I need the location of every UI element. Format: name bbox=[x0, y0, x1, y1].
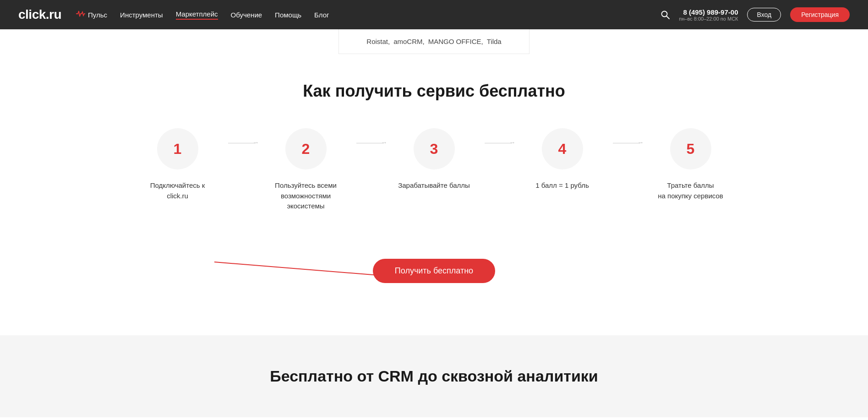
step-1: 1 Подключайтесь кclick.ru bbox=[132, 128, 224, 201]
partners-bar: Roistat, amoCRM, MANGO OFFICE, Tilda bbox=[338, 29, 529, 54]
partner-roistat: Roistat, bbox=[366, 38, 390, 45]
logo[interactable]: click.ru bbox=[18, 7, 61, 22]
pulse-icon bbox=[76, 10, 85, 19]
steps-container: 1 Подключайтесь кclick.ru 2 Пользуйтесь … bbox=[18, 128, 850, 212]
nav-pulse[interactable]: Пульс bbox=[76, 10, 107, 19]
get-free-button[interactable]: Получить бесплатно bbox=[373, 259, 495, 283]
partners-wrapper: Roistat, amoCRM, MANGO OFFICE, Tilda bbox=[0, 29, 868, 54]
phone-hours: пн–вс 8:00–22:00 по МСК bbox=[679, 16, 738, 22]
step-5: 5 Тратьте баллына покупку сервисов bbox=[645, 128, 737, 201]
cta-area: Получить бесплатно bbox=[18, 244, 850, 299]
step-3: 3 Зарабатывайте баллы bbox=[388, 128, 480, 191]
partner-tilda: Tilda bbox=[487, 38, 502, 45]
header: click.ru Пульс Инструменты Маркетплейс О… bbox=[0, 0, 868, 29]
connector-2-3 bbox=[352, 128, 388, 166]
nav-pulse-label: Пульс bbox=[88, 11, 107, 19]
nav-help[interactable]: Помощь bbox=[275, 11, 301, 19]
login-button[interactable]: Вход bbox=[747, 8, 781, 22]
nav-instruments[interactable]: Инструменты bbox=[120, 11, 163, 19]
partner-mango: MANGO OFFICE, bbox=[428, 38, 483, 45]
section-title: Как получить сервис бесплатно bbox=[18, 82, 850, 101]
step-label-5: Тратьте баллына покупку сервисов bbox=[658, 180, 723, 201]
phone-number: 8 (495) 989-97-00 bbox=[679, 8, 738, 16]
nav-learning[interactable]: Обучение bbox=[231, 11, 262, 19]
nav-marketplace[interactable]: Маркетплейс bbox=[176, 10, 218, 20]
connector-4-5 bbox=[608, 128, 645, 166]
step-circle-5: 5 bbox=[670, 128, 711, 169]
step-circle-1: 1 bbox=[157, 128, 198, 169]
step-circle-2: 2 bbox=[285, 128, 327, 169]
connector-1-2 bbox=[224, 128, 260, 166]
main-section: Как получить сервис бесплатно 1 Подключа… bbox=[0, 54, 868, 335]
step-label-2: Пользуйтесь всемивозможностямиэкосистемы bbox=[275, 180, 337, 212]
nav: Пульс Инструменты Маркетплейс Обучение П… bbox=[76, 10, 646, 20]
partner-amocrm: amoCRM, bbox=[393, 38, 425, 45]
bottom-section: Бесплатно от CRM до сквозной аналитики bbox=[0, 335, 868, 417]
step-circle-4: 4 bbox=[542, 128, 583, 169]
step-4: 4 1 балл = 1 рубль bbox=[517, 128, 608, 191]
step-label-3: Зарабатывайте баллы bbox=[398, 180, 470, 191]
step-label-4: 1 балл = 1 рубль bbox=[535, 180, 589, 191]
phone-block: 8 (495) 989-97-00 пн–вс 8:00–22:00 по МС… bbox=[679, 8, 738, 22]
nav-blog[interactable]: Блог bbox=[314, 11, 329, 19]
svg-line-1 bbox=[667, 16, 670, 19]
header-right: 8 (495) 989-97-00 пн–вс 8:00–22:00 по МС… bbox=[661, 7, 850, 22]
svg-point-0 bbox=[662, 11, 667, 17]
search-icon[interactable] bbox=[661, 10, 670, 19]
step-2: 2 Пользуйтесь всемивозможностямиэкосисте… bbox=[260, 128, 352, 212]
step-label-1: Подключайтесь кclick.ru bbox=[150, 180, 205, 201]
bottom-title: Бесплатно от CRM до сквозной аналитики bbox=[18, 367, 850, 385]
register-button[interactable]: Регистрация bbox=[790, 7, 850, 22]
connector-3-4 bbox=[480, 128, 517, 166]
step-circle-3: 3 bbox=[414, 128, 455, 169]
